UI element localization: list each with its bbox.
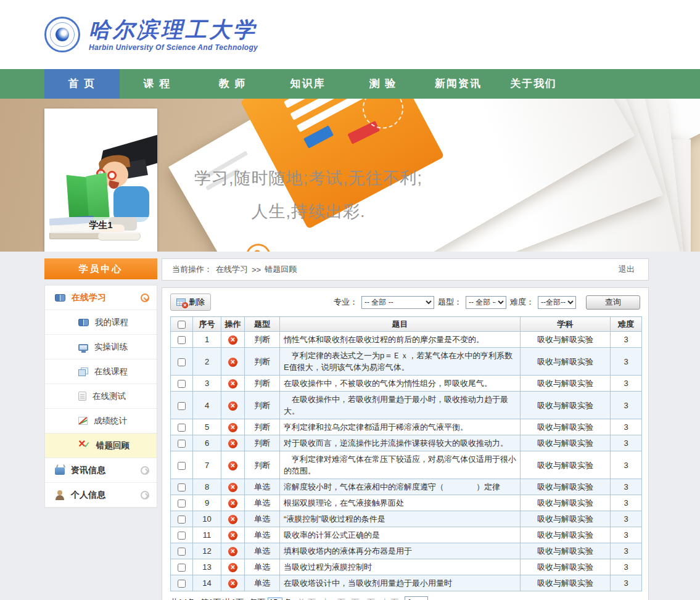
row-checkbox[interactable] bbox=[178, 548, 186, 556]
row-subject: 吸收与解吸实验 bbox=[521, 332, 611, 348]
logout-button[interactable]: 退出 bbox=[619, 264, 635, 275]
page-number-select[interactable]: 1 bbox=[405, 596, 428, 600]
sidebar-item-online-courses[interactable]: 在线课程 bbox=[45, 360, 157, 384]
select-all-cell bbox=[171, 317, 193, 332]
row-op-cell bbox=[221, 451, 245, 479]
nav-item-3[interactable]: 知识库 bbox=[270, 69, 345, 99]
main-nav: 首 页课 程教 师知识库测 验新闻资讯关于我们 bbox=[0, 69, 700, 99]
wrong-questions-panel: 删除 专业： -- 全部 -- 题型： -- 全部 -- 难度： -- bbox=[162, 287, 649, 600]
breadcrumb-current: 错题回顾 bbox=[265, 264, 297, 275]
table-row: 7判断 亨利定律对难溶气体在常压下较适应，对易溶气体仅适用于很小的范围。吸收与解… bbox=[171, 451, 642, 479]
row-op-cell bbox=[221, 348, 245, 376]
row-question: 亨利定律的表达式之一为p＝Ｅｘ，若某气体在水中的亨利系数E值很大，说明该气体为易… bbox=[280, 348, 521, 376]
sidebar-item-practice-training[interactable]: 实操训练 bbox=[45, 335, 157, 360]
row-checkbox[interactable] bbox=[178, 462, 186, 470]
row-check-cell bbox=[171, 451, 193, 479]
delete-question-icon[interactable] bbox=[228, 379, 237, 388]
sidebar-item-online-study[interactable]: 在线学习 bbox=[45, 286, 157, 310]
row-checkbox[interactable] bbox=[178, 580, 186, 588]
row-checkbox[interactable] bbox=[178, 336, 186, 344]
delete-question-icon[interactable] bbox=[228, 499, 237, 508]
delete-question-icon[interactable] bbox=[228, 483, 237, 492]
row-op-cell bbox=[221, 435, 245, 451]
row-num: 13 bbox=[193, 559, 221, 575]
row-num: 6 bbox=[193, 435, 221, 451]
student-name-label: 学生1 bbox=[44, 217, 157, 233]
nav-item-6[interactable]: 关于我们 bbox=[496, 69, 571, 99]
row-question: 对于吸收而言，逆流操作比并流操作课获得较大的吸收推动力。 bbox=[280, 435, 521, 451]
delete-question-icon[interactable] bbox=[228, 358, 237, 367]
nav-item-4[interactable]: 测 验 bbox=[345, 69, 421, 99]
delete-question-icon[interactable] bbox=[228, 401, 237, 411]
row-checkbox[interactable] bbox=[178, 380, 186, 388]
sidebar-item-news-info[interactable]: 资讯信息 bbox=[45, 458, 157, 483]
delete-question-icon[interactable] bbox=[228, 439, 237, 448]
row-type: 判断 bbox=[245, 435, 280, 451]
delete-question-icon[interactable] bbox=[228, 461, 237, 471]
query-button[interactable]: 查询 bbox=[586, 295, 640, 310]
delete-question-icon[interactable] bbox=[228, 579, 237, 588]
delete-question-icon[interactable] bbox=[228, 563, 237, 572]
row-type: 单选 bbox=[245, 495, 280, 511]
row-checkbox[interactable] bbox=[178, 499, 186, 508]
per-page-input[interactable] bbox=[268, 598, 282, 600]
row-subject: 吸收与解吸实验 bbox=[521, 495, 611, 511]
delete-question-icon[interactable] bbox=[228, 423, 237, 432]
sidebar-item-online-test[interactable]: 在线测试 bbox=[45, 384, 157, 409]
delete-question-icon[interactable] bbox=[228, 515, 237, 524]
row-checkbox[interactable] bbox=[178, 516, 186, 524]
breadcrumb-section[interactable]: 在线学习 bbox=[216, 264, 248, 275]
row-checkbox[interactable] bbox=[178, 532, 186, 540]
sidebar-item-label: 错题回顾 bbox=[96, 440, 130, 451]
row-difficulty: 3 bbox=[611, 332, 642, 348]
sidebar-item-score-stats[interactable]: 成绩统计 bbox=[45, 409, 157, 434]
row-type: 判断 bbox=[245, 376, 280, 392]
row-checkbox[interactable] bbox=[178, 483, 186, 491]
row-subject: 吸收与解吸实验 bbox=[521, 559, 611, 575]
row-difficulty: 3 bbox=[611, 527, 642, 543]
difficulty-select[interactable]: --全部-- bbox=[538, 296, 576, 309]
delete-button-label: 删除 bbox=[189, 297, 205, 308]
row-checkbox[interactable] bbox=[178, 424, 186, 432]
row-checkbox[interactable] bbox=[178, 402, 186, 410]
sidebar-item-label: 实操训练 bbox=[94, 342, 128, 353]
row-check-cell bbox=[171, 511, 193, 527]
row-checkbox[interactable] bbox=[178, 440, 186, 448]
chevron-down-icon bbox=[141, 294, 149, 302]
nav-item-5[interactable]: 新闻资讯 bbox=[421, 69, 496, 99]
banner-slogan: 学习,随时随地;考试,无往不利; 人生,持续出彩. bbox=[180, 162, 437, 228]
sidebar-item-personal-info[interactable]: 个人信息 bbox=[45, 483, 157, 508]
row-subject: 吸收与解吸实验 bbox=[521, 348, 611, 376]
row-difficulty: 3 bbox=[611, 495, 642, 511]
sidebar-item-wrong-review[interactable]: 错题回顾 bbox=[45, 434, 157, 458]
delete-question-icon[interactable] bbox=[228, 335, 237, 345]
delete-button[interactable]: 删除 bbox=[170, 294, 211, 311]
row-question: “液膜控制”吸收过程的条件是 bbox=[280, 511, 521, 527]
table-row: 9单选根据双膜理论，在气液接触界面处吸收与解吸实验3 bbox=[171, 495, 642, 511]
main-nav-list: 首 页课 程教 师知识库测 验新闻资讯关于我们 bbox=[44, 69, 700, 99]
select-all-checkbox[interactable] bbox=[178, 321, 186, 329]
table-row: 5判断亨利定律和拉乌尔定律都适用于稀溶液的气液平衡。吸收与解吸实验3 bbox=[171, 419, 642, 435]
question-type-select[interactable]: -- 全部 -- bbox=[466, 296, 506, 309]
row-checkbox[interactable] bbox=[178, 564, 186, 572]
breadcrumb-prefix: 当前操作： bbox=[172, 264, 212, 275]
nav-item-1[interactable]: 课 程 bbox=[120, 69, 195, 99]
monitor-icon bbox=[78, 344, 88, 351]
major-select[interactable]: -- 全部 -- bbox=[361, 296, 434, 309]
delete-question-icon[interactable] bbox=[228, 531, 237, 540]
table-header-row: 序号操作题型题目学科难度 bbox=[171, 317, 642, 332]
row-check-cell bbox=[171, 527, 193, 543]
row-num: 9 bbox=[193, 495, 221, 511]
sidebar-item-my-courses[interactable]: 我的课程 bbox=[45, 310, 157, 335]
row-num: 5 bbox=[193, 419, 221, 435]
table-row: 3判断在吸收操作中，不被吸收的气体为惰性组分，即吸收尾气。吸收与解吸实验3 bbox=[171, 376, 642, 392]
nav-item-0[interactable]: 首 页 bbox=[44, 69, 120, 99]
nav-item-2[interactable]: 教 师 bbox=[195, 69, 270, 99]
delete-question-icon[interactable] bbox=[228, 547, 237, 556]
table-row: 6判断对于吸收而言，逆流操作比并流操作课获得较大的吸收推动力。吸收与解吸实验3 bbox=[171, 435, 642, 451]
university-logo: 哈尔滨理工大学 Harbin University Of Science And… bbox=[44, 17, 258, 52]
row-checkbox[interactable] bbox=[178, 358, 186, 366]
row-subject: 吸收与解吸实验 bbox=[521, 376, 611, 392]
page-info: 第1页/共1页 bbox=[200, 597, 244, 600]
glasses-icon bbox=[107, 171, 117, 180]
